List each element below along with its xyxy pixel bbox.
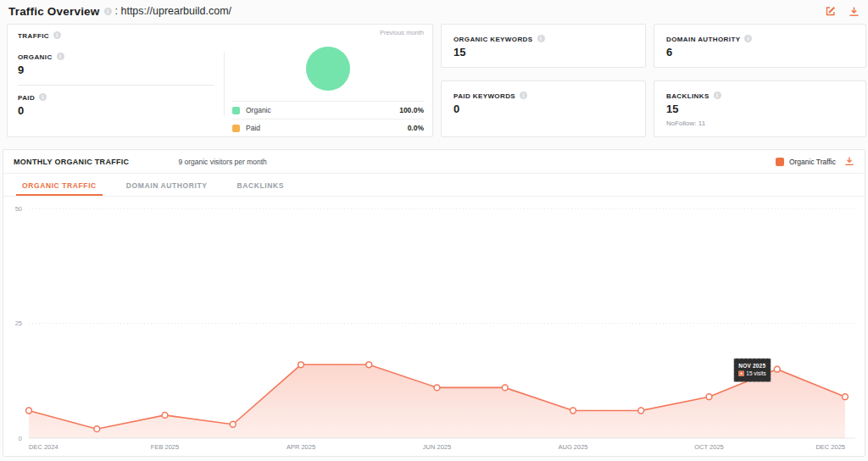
- stats-section: TRAFFICi ORGANICi 9 PAIDi 0 Previous mon…: [0, 20, 868, 137]
- organic-keywords-card: ORGANIC KEYWORDSi 15: [441, 24, 646, 68]
- edit-icon[interactable]: [825, 5, 837, 17]
- organic-label: ORGANICi: [18, 53, 214, 61]
- pie-legend-organic: Organic 100.0%: [232, 101, 424, 119]
- domain-authority-value: 6: [666, 46, 854, 58]
- pie-legend-paid: Paid 0.0%: [232, 119, 424, 136]
- info-icon[interactable]: i: [104, 8, 112, 15]
- monthly-subtitle: 9 organic visitors per month: [178, 158, 266, 166]
- svg-text:JUN 2025: JUN 2025: [423, 443, 451, 451]
- traffic-label: TRAFFICi: [18, 31, 214, 40]
- info-icon[interactable]: i: [57, 53, 64, 60]
- organic-traffic-chart[interactable]: 02550DEC 2024FEB 2025APR 2025JUN 2025AUG…: [3, 197, 863, 457]
- paid-swatch: [232, 125, 240, 132]
- traffic-share-panel: Previous month Organic 100.0% Paid 0.0%: [224, 25, 432, 136]
- monthly-header: MONTHLY ORGANIC TRAFFIC 9 organic visito…: [3, 150, 865, 174]
- page-title: Traffic Overview: [8, 5, 100, 18]
- monthly-traffic-card: MONTHLY ORGANIC TRAFFIC 9 organic visito…: [3, 149, 865, 457]
- svg-text:APR 2025: APR 2025: [287, 443, 315, 451]
- traffic-tabs: ORGANIC TRAFFICDOMAIN AUTHORITYBACKLINKS: [3, 174, 865, 197]
- chart-legend: Organic Traffic: [776, 158, 836, 166]
- svg-text:25: 25: [15, 319, 22, 327]
- download-icon[interactable]: [849, 6, 860, 17]
- info-icon[interactable]: i: [39, 93, 47, 101]
- tooltip-value: 15 visits: [746, 369, 765, 378]
- tab-organic-traffic[interactable]: ORGANIC TRAFFIC: [16, 174, 103, 196]
- monthly-title: MONTHLY ORGANIC TRAFFIC: [14, 158, 129, 166]
- info-icon[interactable]: i: [714, 92, 721, 99]
- paid-keywords-card: PAID KEYWORDSi 0: [441, 81, 646, 137]
- paid-label: PAIDi: [18, 93, 214, 102]
- traffic-card: TRAFFICi ORGANICi 9 PAIDi 0 Previous mon…: [7, 24, 433, 137]
- backlinks-card: BACKLINKSi 15 NoFollow: 11: [654, 81, 866, 137]
- info-icon[interactable]: i: [537, 35, 545, 42]
- info-icon[interactable]: i: [53, 31, 61, 39]
- organic-traffic-swatch: [776, 158, 784, 166]
- paid-traffic-value: 0: [18, 104, 214, 117]
- svg-text:FEB 2025: FEB 2025: [151, 443, 179, 451]
- info-icon[interactable]: i: [520, 92, 527, 99]
- backlinks-value: 15: [666, 103, 854, 115]
- svg-text:AUG 2025: AUG 2025: [558, 443, 587, 451]
- page-header: Traffic Overview i : https://uprearbuild…: [0, 0, 868, 20]
- tooltip-month: NOV 2025: [738, 361, 765, 369]
- tab-backlinks[interactable]: BACKLINKS: [231, 174, 290, 196]
- domain-authority-card: DOMAIN AUTHORITYi 6: [654, 24, 866, 68]
- organic-traffic-value: 9: [18, 64, 214, 76]
- svg-text:0: 0: [19, 435, 22, 442]
- chart-download-icon[interactable]: [844, 154, 854, 169]
- organic-keywords-value: 15: [453, 46, 633, 58]
- page: Traffic Overview i : https://uprearbuild…: [0, 0, 868, 457]
- svg-text:OCT 2025: OCT 2025: [694, 443, 723, 451]
- tooltip-swatch: [738, 371, 743, 376]
- previous-month-label: Previous month: [232, 29, 424, 36]
- divider: [18, 85, 214, 86]
- svg-text:DEC 2025: DEC 2025: [815, 443, 845, 451]
- site-url: : https://uprearbuild.com/: [115, 5, 232, 17]
- organic-swatch: [232, 107, 240, 114]
- paid-keywords-value: 0: [453, 103, 633, 115]
- svg-text:50: 50: [15, 205, 22, 213]
- nofollow-label: NoFollow: 11: [666, 119, 854, 127]
- chart-tooltip: NOV 2025 15 visits: [733, 358, 771, 382]
- traffic-pie-chart[interactable]: [306, 47, 350, 91]
- svg-text:DEC 2024: DEC 2024: [29, 443, 58, 451]
- tab-domain-authority[interactable]: DOMAIN AUTHORITY: [120, 174, 214, 196]
- info-icon[interactable]: i: [744, 35, 752, 42]
